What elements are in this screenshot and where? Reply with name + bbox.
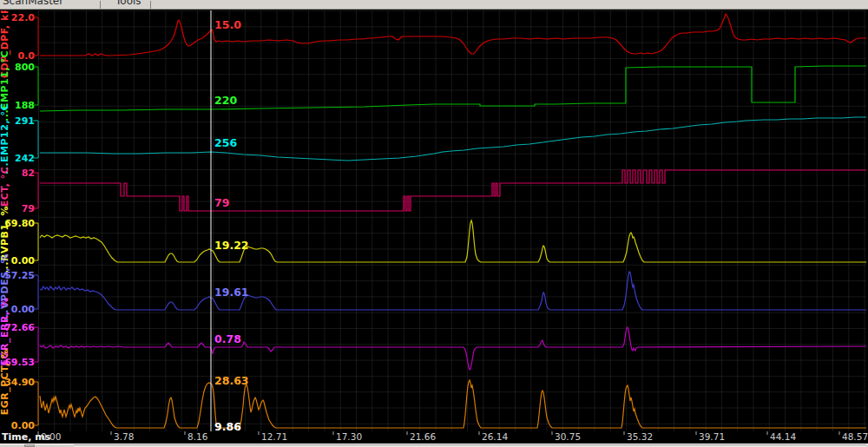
top-toolbar[interactable]: ScanMaster Tools (0, 0, 868, 10)
axis-min-label: 79 (22, 203, 35, 214)
x-tick-label: 8.16 (187, 431, 208, 442)
cursor-value-label: 19.22 (214, 239, 249, 252)
plot-grid (38, 10, 866, 431)
x-tick-label: 12.71 (261, 431, 287, 442)
axis-max-label: 82 (22, 168, 35, 179)
axis-min-label: 0.00 (11, 255, 35, 266)
x-tick-label: 44.14 (770, 431, 796, 442)
toolbar-app-label[interactable]: ScanMaster (3, 0, 63, 7)
axis-max-label: 291 (15, 115, 35, 127)
axis-min-label: 0.00 (11, 420, 35, 431)
channel-name-label: ...EMP12, °C (0, 103, 10, 174)
cursor-value-label: 256 (214, 136, 237, 149)
axis-max-label: 34.90 (4, 377, 35, 388)
x-tick-label: 17.30 (336, 431, 362, 442)
x-tick-label: 48.57 (842, 431, 868, 442)
cursor-time-label: 9.86 (214, 420, 241, 433)
logger-window: ScanMaster Tools CDP_DPF, kPa22.00.015.0… (0, 0, 868, 447)
strip-chart: CDP_DPF, kPa22.00.015.0...EMP11, °C80018… (0, 10, 868, 447)
cursor-value-label: 0.78 (214, 332, 241, 345)
x-tick-label: 30.75 (555, 431, 581, 442)
cursor-value-label: 220 (214, 94, 237, 107)
axis-max-label: 800 (15, 62, 35, 73)
toolbar-separator (150, 1, 151, 10)
channel-name-label: ECT, °C (0, 167, 10, 207)
toolbar-menu-tools[interactable]: Tools (115, 0, 141, 7)
axis-max-label: 69.80 (4, 218, 35, 229)
x-tick-label: 0.00 (41, 431, 61, 442)
cursor-value-label: 79 (214, 196, 229, 209)
x-tick-label: 3.78 (114, 431, 134, 442)
x-tick-label: 21.66 (410, 431, 436, 442)
horizontal-scrollbar[interactable] (0, 444, 868, 447)
axis-max-label: 57.25 (4, 270, 35, 281)
axis-min-label: 0.0 (18, 50, 36, 62)
cursor-value-label: 19.61 (214, 286, 249, 299)
axis-min-label: 242 (15, 153, 35, 164)
axis-min-label: 188 (15, 100, 35, 111)
cursor-value-label: 15.0 (214, 18, 241, 31)
x-tick-label: 35.32 (627, 431, 653, 442)
x-tick-label: 26.14 (482, 431, 508, 442)
axis-min-label: 0.00 (11, 304, 35, 315)
toolbar-separator (100, 1, 101, 10)
axis-max-label: 72.66 (4, 322, 35, 333)
cursor-value-label: 28.63 (214, 374, 249, 387)
axis-max-label: 22.0 (11, 12, 35, 23)
x-tick-label: 39.71 (699, 431, 725, 442)
